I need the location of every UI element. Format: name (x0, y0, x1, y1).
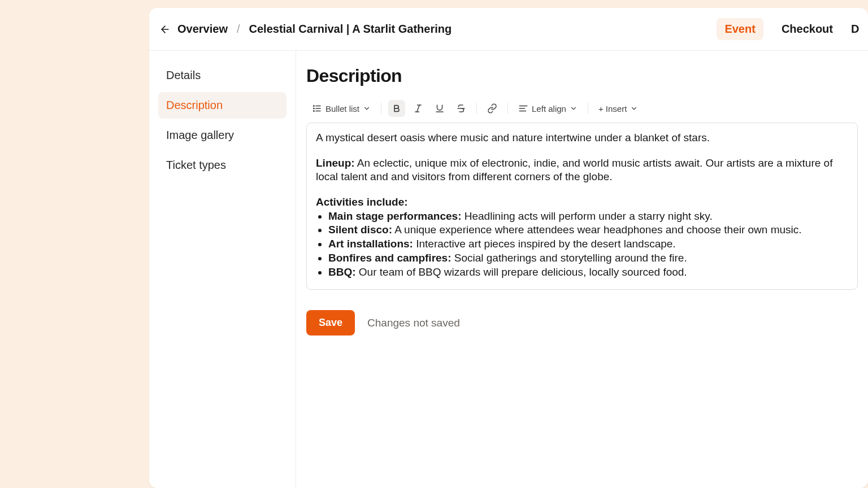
toolbar-separator (588, 103, 588, 114)
activity-text: Our team of BBQ wizards will prepare del… (356, 266, 687, 278)
toolbar-bullet-list[interactable]: Bullet list (309, 100, 374, 117)
svg-point-6 (314, 111, 315, 112)
save-status: Changes not saved (367, 317, 460, 329)
breadcrumb-title: Celestial Carnival | A Starlit Gathering (249, 23, 452, 36)
link-icon (487, 103, 497, 114)
page-title: Description (306, 66, 858, 86)
activity-text: A unique experience where attendees wear… (392, 224, 802, 236)
list-item: Art installations: Interactive art piece… (328, 237, 848, 251)
activity-label: Silent disco: (328, 224, 392, 236)
lineup-paragraph: Lineup: An eclectic, unique mix of elect… (316, 156, 848, 184)
toolbar-link[interactable] (484, 100, 501, 117)
toolbar-underline[interactable] (431, 100, 448, 117)
sidebar: Details Description Image gallery Ticket… (149, 51, 296, 488)
header: Overview / Celestial Carnival | A Starli… (149, 8, 868, 51)
toolbar-bullet-list-label: Bullet list (326, 104, 359, 114)
toolbar-align-label: Left align (532, 104, 566, 114)
svg-line-9 (417, 105, 420, 112)
strikethrough-icon (456, 103, 466, 114)
intro-paragraph: A mystical desert oasis where music and … (316, 131, 848, 145)
chevron-down-icon (630, 104, 638, 112)
list-item: Main stage performances: Headlining acts… (328, 210, 848, 224)
list-item: BBQ: Our team of BBQ wizards will prepar… (328, 265, 848, 280)
toolbar-separator (381, 103, 381, 114)
chevron-down-icon (570, 104, 578, 112)
toolbar-strikethrough[interactable] (453, 100, 470, 117)
toolbar-italic[interactable] (410, 100, 427, 117)
tab-checkout[interactable]: Checkout (774, 18, 841, 40)
list-item: Bonfires and campfires: Social gathering… (328, 251, 848, 265)
chevron-down-icon (363, 104, 371, 112)
list-item: Silent disco: A unique experience where … (328, 223, 848, 237)
tab-partial[interactable]: D (851, 18, 859, 40)
sidebar-item-details[interactable]: Details (158, 62, 287, 89)
toolbar-insert[interactable]: + Insert (595, 100, 641, 117)
sidebar-item-ticket-types[interactable]: Ticket types (158, 152, 287, 178)
arrow-left-icon (159, 24, 171, 35)
bullet-list-icon (312, 103, 322, 114)
toolbar-align[interactable]: Left align (515, 100, 581, 117)
sidebar-item-image-gallery[interactable]: Image gallery (158, 122, 287, 149)
activity-label: Main stage performances: (328, 210, 461, 222)
activity-text: Social gatherings and storytelling aroun… (452, 252, 687, 264)
breadcrumb-separator: / (232, 23, 245, 36)
activity-label: Bonfires and campfires: (328, 252, 452, 264)
toolbar-separator (476, 103, 477, 114)
editor-toolbar: Bullet list (306, 97, 858, 123)
back-button[interactable] (157, 21, 173, 37)
activity-label: Art installations: (328, 238, 413, 250)
save-button[interactable]: Save (306, 310, 355, 336)
lineup-label: Lineup: (316, 157, 355, 169)
lineup-text: An eclectic, unique mix of electronic, i… (316, 157, 832, 183)
toolbar-separator (507, 103, 508, 114)
activity-text: Interactive art pieces inspired by the d… (413, 238, 676, 250)
toolbar-bold[interactable] (388, 100, 405, 117)
tab-event[interactable]: Event (717, 18, 763, 40)
breadcrumb-overview[interactable]: Overview (177, 23, 228, 36)
activities-list: Main stage performances: Headlining acts… (328, 210, 848, 279)
svg-point-5 (314, 108, 315, 109)
svg-point-4 (314, 106, 315, 107)
activities-label: Activities include: (316, 196, 408, 208)
underline-icon (435, 103, 445, 114)
activities-heading: Activities include: (316, 195, 848, 210)
align-left-icon (518, 103, 528, 114)
bold-icon (392, 104, 401, 113)
activity-text: Headlining acts will perform under a sta… (461, 210, 712, 222)
italic-icon (413, 103, 423, 114)
activity-label: BBQ: (328, 266, 356, 278)
sidebar-item-description[interactable]: Description (158, 92, 287, 119)
description-editor[interactable]: A mystical desert oasis where music and … (306, 123, 858, 290)
toolbar-insert-label: + Insert (598, 104, 627, 114)
